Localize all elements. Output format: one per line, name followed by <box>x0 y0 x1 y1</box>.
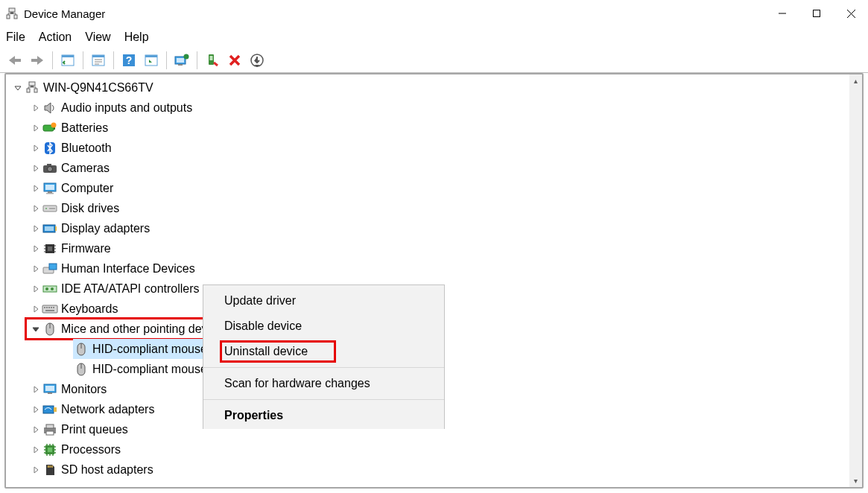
svg-rect-45 <box>49 208 55 209</box>
tree-item-disk[interactable]: Disk drives <box>7 198 849 218</box>
expander-closed-icon[interactable] <box>30 205 42 212</box>
tree-item-hid[interactable]: Human Interface Devices <box>7 258 849 279</box>
expander-closed-icon[interactable] <box>30 406 42 413</box>
tree-root[interactable]: WIN-Q9N41CS66TV <box>7 77 849 98</box>
tree-label: Network adapters <box>61 403 154 416</box>
svg-rect-97 <box>48 465 49 468</box>
svg-rect-28 <box>29 82 35 86</box>
properties-icon[interactable] <box>89 51 107 69</box>
svg-rect-48 <box>55 226 57 231</box>
tree-label: Audio inputs and outputs <box>61 101 192 115</box>
scroll-down-button[interactable] <box>849 474 862 487</box>
menu-view[interactable]: View <box>85 31 110 44</box>
printer-icon <box>42 422 58 438</box>
show-hide-tree-icon[interactable] <box>59 51 77 69</box>
svg-rect-59 <box>43 286 57 292</box>
ctx-disable-device[interactable]: Disable device <box>203 314 444 339</box>
app-icon <box>4 6 19 21</box>
monitor-icon <box>42 180 58 197</box>
ctx-uninstall-device[interactable]: Uninstall device <box>203 339 444 364</box>
update-driver-icon[interactable] <box>173 51 191 69</box>
svg-rect-99 <box>51 465 53 468</box>
tree-label: Bluetooth <box>61 141 112 155</box>
expander-closed-icon[interactable] <box>30 265 42 273</box>
close-button[interactable] <box>834 1 868 25</box>
svg-rect-81 <box>46 424 54 428</box>
expander-closed-icon[interactable] <box>30 185 42 192</box>
expander-closed-icon[interactable] <box>30 225 42 232</box>
tree-item-display[interactable]: Display adapters <box>7 218 849 238</box>
tree-label: Firmware <box>61 242 111 255</box>
svg-rect-98 <box>50 465 51 468</box>
toolbar-separator <box>113 51 114 69</box>
svg-rect-42 <box>46 193 54 194</box>
svg-rect-20 <box>145 55 157 57</box>
svg-rect-58 <box>49 264 57 270</box>
expander-closed-icon[interactable] <box>30 144 42 152</box>
ctx-update-driver[interactable]: Update driver <box>203 288 444 314</box>
svg-point-60 <box>45 287 48 290</box>
forward-button[interactable] <box>28 51 46 69</box>
action-window-icon[interactable] <box>142 51 160 69</box>
menu-action[interactable]: Action <box>39 31 72 44</box>
svg-rect-76 <box>45 386 54 391</box>
svg-rect-47 <box>45 226 54 231</box>
expander-closed-icon[interactable] <box>30 245 42 252</box>
svg-rect-65 <box>48 307 50 308</box>
svg-rect-84 <box>48 448 52 452</box>
tree-label: HID-compliant mouse <box>92 343 207 356</box>
ctx-properties[interactable]: Properties <box>203 403 444 428</box>
expander-closed-icon[interactable] <box>30 104 42 112</box>
scan-hardware-icon[interactable] <box>248 51 266 69</box>
window-controls <box>765 1 868 25</box>
tree-item-batteries[interactable]: Batteries <box>7 118 849 138</box>
hid-icon <box>42 261 58 277</box>
scroll-up-button[interactable] <box>849 74 862 87</box>
help-icon[interactable]: ? <box>120 51 138 69</box>
svg-rect-40 <box>45 185 54 190</box>
expander-closed-icon[interactable] <box>30 285 42 293</box>
svg-rect-2 <box>7 15 10 19</box>
tree-item-firmware[interactable]: Firmware <box>7 238 849 258</box>
svg-rect-0 <box>9 8 15 12</box>
ctx-divider <box>203 399 444 400</box>
tree-item-processors[interactable]: Processors <box>7 439 849 459</box>
svg-point-37 <box>48 166 53 171</box>
tree-label: SD host adapters <box>61 463 153 477</box>
maximize-button[interactable] <box>799 1 834 25</box>
tree-item-audio[interactable]: Audio inputs and outputs <box>7 98 849 118</box>
toolbar-separator <box>166 51 167 69</box>
tree-item-bluetooth[interactable]: Bluetooth <box>7 138 849 158</box>
svg-rect-62 <box>42 305 57 313</box>
expander-open-icon[interactable] <box>12 84 24 92</box>
tree-item-computer[interactable]: Computer <box>7 178 849 198</box>
uninstall-device-icon[interactable] <box>226 51 244 69</box>
menu-file[interactable]: File <box>6 31 25 44</box>
tree-label: Cameras <box>61 162 110 175</box>
tree-label: Keyboards <box>61 302 118 316</box>
expander-closed-icon[interactable] <box>30 165 42 172</box>
expander-closed-icon[interactable] <box>30 466 42 474</box>
expander-closed-icon[interactable] <box>30 124 42 132</box>
expander-closed-icon[interactable] <box>30 386 42 393</box>
minimize-button[interactable] <box>765 1 799 25</box>
svg-rect-68 <box>45 310 54 311</box>
tree-label: Disk drives <box>61 202 119 215</box>
svg-rect-77 <box>48 392 52 394</box>
menu-bar: File Action View Help <box>0 27 868 48</box>
enable-device-icon[interactable] <box>203 51 221 69</box>
tree-item-cameras[interactable]: Cameras <box>7 158 849 178</box>
expander-closed-icon[interactable] <box>30 446 42 454</box>
chip-icon <box>42 241 58 257</box>
expander-closed-icon[interactable] <box>30 426 42 433</box>
svg-point-34 <box>51 122 57 127</box>
ctx-scan-hardware[interactable]: Scan for hardware changes <box>203 371 444 396</box>
svg-rect-5 <box>814 10 820 17</box>
svg-rect-79 <box>54 407 57 412</box>
vertical-scrollbar[interactable] <box>849 74 862 487</box>
expander-closed-icon[interactable] <box>30 305 42 313</box>
back-button[interactable] <box>6 51 24 69</box>
tree-label: Monitors <box>61 383 107 396</box>
menu-help[interactable]: Help <box>124 31 149 44</box>
tree-item-sdhost[interactable]: SD host adapters <box>7 459 849 480</box>
